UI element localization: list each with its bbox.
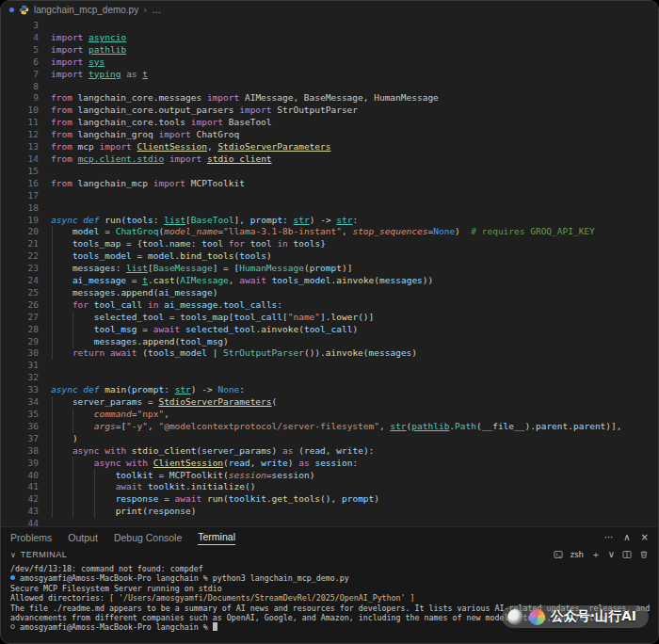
code-line[interactable]: 28 tool_msg = await selected_tool.ainvok… [1,324,658,336]
line-number[interactable]: 26 [1,299,39,312]
more-actions-icon[interactable]: ··· [604,533,614,542]
line-number[interactable]: 28 [1,324,39,336]
code-line[interactable]: 18 [1,202,658,215]
line-number[interactable]: 30 [1,347,39,360]
line-number[interactable]: 33 [1,384,39,396]
code-line[interactable]: 25 messages.append(ai_message) [1,287,658,299]
code-line[interactable]: 29 messages.append(tool_msg) [1,336,658,348]
code-line[interactable]: 22 tools_model = model.bind_tools(tools) [1,250,658,263]
terminal-section-label[interactable]: TERMINAL [21,550,68,559]
line-number[interactable]: 21 [1,238,39,250]
code-line[interactable]: 20 model = ChatGroq(model_name="llama-3.… [1,226,658,238]
line-number[interactable]: 9 [1,92,39,105]
close-panel-icon[interactable]: × [641,533,649,542]
code-line[interactable]: 31 [1,360,658,372]
panel-tab-output[interactable]: Output [68,530,98,545]
code-line[interactable]: 43 print(response) [1,506,658,518]
code-line[interactable]: 36 args=["-y", "@modelcontextprotocol/se… [1,421,658,433]
new-terminal-icon[interactable]: ＋ [591,550,601,559]
line-number[interactable]: 19 [1,215,39,227]
line-number[interactable]: 12 [1,129,39,141]
line-number[interactable]: 18 [1,202,39,215]
code-line[interactable]: 8 [1,81,658,93]
terminal-profile-dropdown-icon[interactable]: ∨ [608,550,615,559]
code-line[interactable]: 19async def run(tools: list[BaseTool], p… [1,215,658,227]
panel-tab-terminal[interactable]: Terminal [198,529,235,545]
code-line[interactable]: 26 for tool_call in ai_message.tool_call… [1,299,658,312]
code-line[interactable]: 15 [1,166,658,178]
code-line[interactable]: 44 [1,518,658,526]
kill-terminal-icon[interactable] [639,550,649,559]
code-line[interactable]: 17 [1,190,658,202]
code-line[interactable]: 30 return await (tools_model | StrOutput… [1,347,658,360]
line-number[interactable]: 36 [1,421,39,433]
line-number[interactable]: 8 [1,81,39,93]
line-number[interactable]: 25 [1,287,39,299]
line-number[interactable]: 41 [1,481,39,493]
code-line[interactable]: 21 tools_map = {tool.name: tool for tool… [1,238,658,250]
line-number[interactable]: 24 [1,275,39,287]
breadcrumb-symbol[interactable]: … [152,5,161,15]
code-line[interactable]: 24 ai_message = t.cast(AIMessage, await … [1,275,658,287]
line-number[interactable]: 40 [1,470,39,482]
code-line[interactable]: 37 ) [1,433,658,445]
terminal-instance-icon[interactable] [554,550,563,559]
line-number[interactable]: 20 [1,226,39,238]
code-line[interactable]: 3 [1,20,658,32]
line-number[interactable]: 10 [1,105,39,117]
line-number[interactable]: 32 [1,372,39,384]
line-number[interactable]: 3 [1,20,39,32]
code-line[interactable]: 12from langchain_groq import ChatGroq [1,129,658,141]
line-number[interactable]: 29 [1,336,39,348]
panel-tab-debug-console[interactable]: Debug Console [114,530,182,545]
line-number[interactable]: 37 [1,433,39,445]
code-line[interactable]: 40 toolkit = MCPToolkit(session=session) [1,470,658,482]
terminal-shell-label[interactable]: zsh [571,550,584,559]
code-line[interactable]: 5import pathlib [1,44,658,56]
line-number[interactable]: 34 [1,396,39,409]
code-line[interactable]: 13from mcp import ClientSession, StdioSe… [1,141,658,153]
line-number[interactable]: 14 [1,153,39,166]
line-number[interactable]: 23 [1,263,39,275]
code-line[interactable]: 10from langchain_core.output_parsers imp… [1,105,658,117]
chevron-down-icon[interactable]: ∨ [10,551,16,559]
code-line[interactable]: 14from mcp.client.stdio import stdio_cli… [1,153,658,166]
split-terminal-icon[interactable] [622,550,632,559]
line-number[interactable]: 16 [1,178,39,190]
code-line[interactable]: 41 await toolkit.initialize() [1,481,658,493]
line-number[interactable]: 7 [1,69,39,81]
line-number[interactable]: 17 [1,190,39,202]
code-line[interactable]: 6import sys [1,56,658,69]
code-line[interactable]: 4import asyncio [1,32,658,44]
code-line[interactable]: 11from langchain_core.tools import BaseT… [1,117,658,129]
terminal[interactable]: /dev/fd/13:18: command not found: compde… [1,562,658,643]
command-decoration-icon[interactable] [10,575,15,580]
code-line[interactable]: 9from langchain_core.messages import AIM… [1,92,658,105]
line-number[interactable]: 13 [1,141,39,153]
line-number[interactable]: 38 [1,445,39,458]
line-number[interactable]: 4 [1,32,39,44]
code-line[interactable]: 27 selected_tool = tools_map[tool_call["… [1,312,658,324]
line-number[interactable]: 22 [1,250,39,263]
code-line[interactable]: 32 [1,372,658,384]
code-line[interactable]: 16from langchain_mcp import MCPToolkit [1,178,658,190]
code-line[interactable]: 39 async with ClientSession(read, write)… [1,458,658,470]
breadcrumb-file[interactable]: langchain_mcp_demo.py [34,5,138,15]
code-line[interactable]: 7import typing as t [1,69,658,81]
code-line[interactable]: 35 command="npx", [1,409,658,421]
line-number[interactable]: 15 [1,166,39,178]
code-line[interactable]: 34 server_params = StdioServerParameters… [1,396,658,409]
panel-tab-problems[interactable]: Problems [10,530,52,545]
code-line[interactable]: 23 messages: list[BaseMessage] = [HumanM… [1,263,658,275]
line-number[interactable]: 44 [1,518,39,526]
code-editor[interactable]: 3 4import asyncio5import pathlib6import … [1,18,658,526]
line-number[interactable]: 6 [1,56,39,69]
code-line[interactable]: 33async def main(prompt: str) -> None: [1,384,658,396]
code-line[interactable]: 38 async with stdio_client(server_params… [1,445,658,458]
line-number[interactable]: 11 [1,117,39,129]
line-number[interactable]: 39 [1,458,39,470]
line-number[interactable]: 35 [1,409,39,421]
line-number[interactable]: 5 [1,44,39,56]
line-number[interactable]: 27 [1,312,39,324]
code-line[interactable]: 42 response = await run(toolkit.get_tool… [1,493,658,506]
